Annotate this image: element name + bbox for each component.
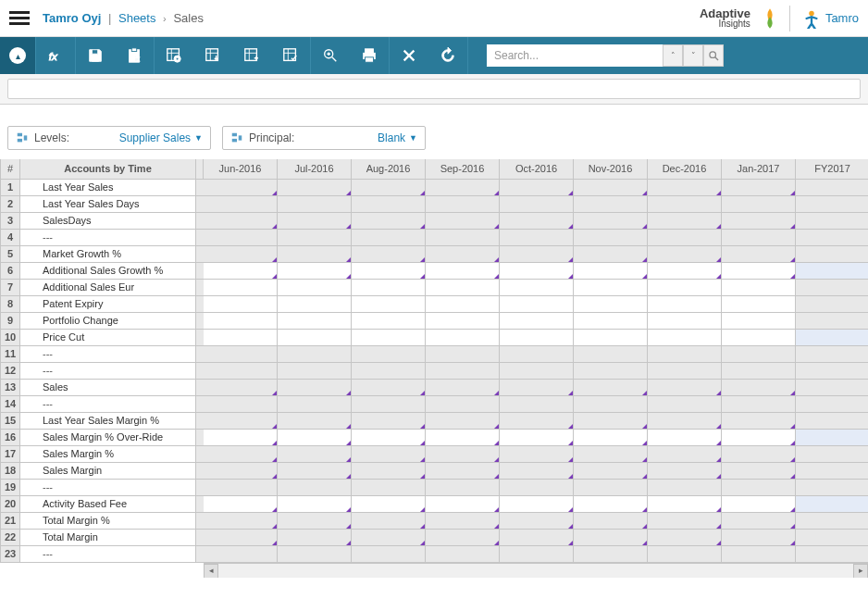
data-cell[interactable] (500, 180, 574, 196)
column-header[interactable]: Dec-2016 (648, 159, 722, 180)
data-cell[interactable] (796, 496, 868, 513)
data-cell[interactable] (426, 280, 500, 296)
data-cell[interactable] (352, 546, 426, 563)
account-label[interactable]: Sales Margin % Over-Ride (20, 430, 196, 446)
sheet-download-button[interactable] (193, 37, 232, 74)
data-cell[interactable] (204, 463, 278, 480)
search-button[interactable] (703, 44, 724, 67)
data-cell[interactable] (278, 480, 352, 496)
data-cell[interactable] (352, 263, 426, 280)
data-cell[interactable] (426, 463, 500, 480)
data-cell[interactable] (426, 230, 500, 246)
data-cell[interactable] (796, 463, 868, 480)
horizontal-scrollbar[interactable]: ◂ ▸ (204, 563, 868, 578)
row-number[interactable]: 2 (0, 196, 20, 213)
data-cell[interactable] (500, 346, 574, 363)
data-cell[interactable] (500, 530, 574, 546)
data-cell[interactable] (648, 296, 722, 313)
data-cell[interactable] (278, 430, 352, 446)
row-number[interactable]: 4 (0, 230, 20, 246)
data-cell[interactable] (426, 396, 500, 413)
data-cell[interactable] (278, 463, 352, 480)
data-cell[interactable] (352, 413, 426, 430)
data-cell[interactable] (278, 363, 352, 380)
collapse-toolbar-button[interactable]: ▴ (0, 37, 35, 74)
row-number[interactable]: 10 (0, 330, 20, 346)
close-button[interactable] (390, 37, 428, 74)
row-number[interactable]: 8 (0, 296, 20, 313)
column-header[interactable]: FY2017 (796, 159, 868, 180)
data-cell[interactable] (500, 513, 574, 530)
print-button[interactable] (350, 37, 389, 74)
breadcrumb-company[interactable]: Tamro Oyj (43, 11, 101, 25)
account-label[interactable]: Sales Margin (20, 463, 196, 480)
account-label[interactable]: Patent Expiry (20, 296, 196, 313)
data-cell[interactable] (722, 546, 796, 563)
data-cell[interactable] (500, 380, 574, 396)
principal-dropdown[interactable]: Principal: Blank▼ (222, 126, 426, 150)
data-cell[interactable] (426, 546, 500, 563)
data-cell[interactable] (722, 530, 796, 546)
data-cell[interactable] (352, 246, 426, 263)
data-cell[interactable] (796, 196, 868, 213)
data-cell[interactable] (204, 480, 278, 496)
data-cell[interactable] (574, 380, 648, 396)
data-cell[interactable] (796, 180, 868, 196)
account-label[interactable]: SalesDays (20, 213, 196, 230)
row-number[interactable]: 11 (0, 346, 20, 363)
data-cell[interactable] (204, 346, 278, 363)
row-number[interactable]: 21 (0, 513, 20, 530)
data-cell[interactable] (796, 363, 868, 380)
data-cell[interactable] (204, 430, 278, 446)
data-cell[interactable] (278, 446, 352, 463)
data-cell[interactable] (426, 180, 500, 196)
data-cell[interactable] (722, 313, 796, 330)
data-cell[interactable] (426, 496, 500, 513)
data-cell[interactable] (648, 396, 722, 413)
data-cell[interactable] (648, 230, 722, 246)
row-number[interactable]: 3 (0, 213, 20, 230)
data-cell[interactable] (426, 213, 500, 230)
data-cell[interactable] (574, 196, 648, 213)
data-cell[interactable] (648, 463, 722, 480)
data-cell[interactable] (500, 396, 574, 413)
data-cell[interactable] (648, 180, 722, 196)
data-cell[interactable] (352, 363, 426, 380)
data-cell[interactable] (278, 246, 352, 263)
data-cell[interactable] (426, 513, 500, 530)
data-cell[interactable] (574, 296, 648, 313)
data-cell[interactable] (722, 430, 796, 446)
formula-input[interactable] (7, 79, 861, 99)
data-cell[interactable] (500, 213, 574, 230)
account-label[interactable]: Additional Sales Eur (20, 280, 196, 296)
data-cell[interactable] (352, 180, 426, 196)
data-cell[interactable] (796, 263, 868, 280)
data-cell[interactable] (278, 546, 352, 563)
data-cell[interactable] (722, 196, 796, 213)
data-cell[interactable] (722, 346, 796, 363)
data-cell[interactable] (352, 430, 426, 446)
data-cell[interactable] (500, 413, 574, 430)
data-cell[interactable] (500, 246, 574, 263)
data-cell[interactable] (278, 196, 352, 213)
column-header[interactable]: Nov-2016 (574, 159, 648, 180)
data-cell[interactable] (648, 530, 722, 546)
data-cell[interactable] (204, 413, 278, 430)
data-cell[interactable] (278, 530, 352, 546)
data-cell[interactable] (278, 213, 352, 230)
data-cell[interactable] (204, 396, 278, 413)
data-cell[interactable] (648, 313, 722, 330)
data-cell[interactable] (796, 413, 868, 430)
data-cell[interactable] (426, 446, 500, 463)
data-cell[interactable] (500, 196, 574, 213)
data-cell[interactable] (574, 230, 648, 246)
data-cell[interactable] (352, 530, 426, 546)
data-cell[interactable] (722, 213, 796, 230)
data-cell[interactable] (796, 396, 868, 413)
data-cell[interactable] (796, 346, 868, 363)
row-number[interactable]: 6 (0, 263, 20, 280)
scroll-right-button[interactable]: ▸ (853, 564, 868, 578)
data-cell[interactable] (796, 230, 868, 246)
data-cell[interactable] (204, 280, 278, 296)
account-label[interactable]: --- (20, 346, 196, 363)
